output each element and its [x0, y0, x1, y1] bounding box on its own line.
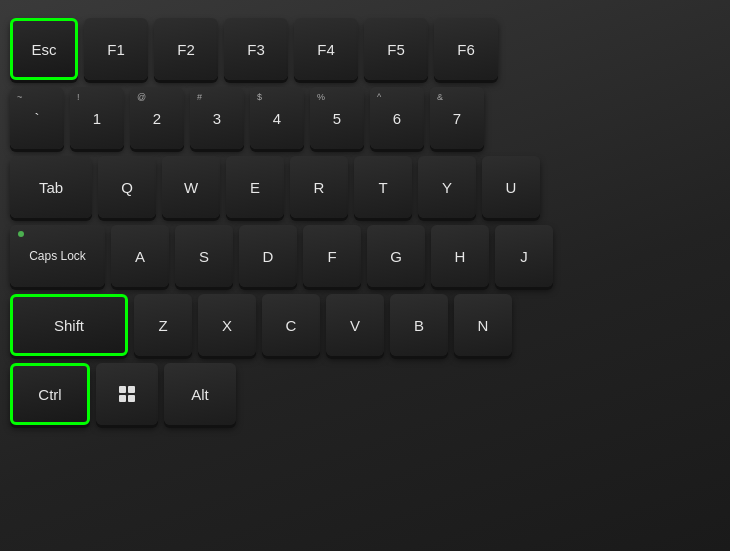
key-alt[interactable]: Alt — [164, 363, 236, 425]
key-tab-label: Tab — [39, 179, 63, 196]
key-shift-label: Shift — [54, 317, 84, 334]
key-ctrl[interactable]: Ctrl — [10, 363, 90, 425]
keyboard: Esc F1 F2 F3 F4 F5 F6 ~ ` ! 1 @ — [0, 0, 730, 551]
key-d-label: D — [263, 248, 274, 265]
key-caps-lock[interactable]: Caps Lock — [10, 225, 105, 287]
key-d[interactable]: D — [239, 225, 297, 287]
key-w[interactable]: W — [162, 156, 220, 218]
key-u[interactable]: U — [482, 156, 540, 218]
key-j[interactable]: J — [495, 225, 553, 287]
key-1-sub: ! — [77, 92, 80, 102]
key-b-label: B — [414, 317, 424, 334]
key-q-label: Q — [121, 179, 133, 196]
key-win[interactable] — [96, 363, 158, 425]
key-g[interactable]: G — [367, 225, 425, 287]
key-1-label: 1 — [93, 110, 101, 127]
key-4-label: 4 — [273, 110, 281, 127]
key-6-sub: ^ — [377, 92, 381, 102]
key-s-label: S — [199, 248, 209, 265]
bottom-row: Ctrl Alt — [10, 363, 720, 425]
key-t[interactable]: T — [354, 156, 412, 218]
key-f6-label: F6 — [457, 41, 475, 58]
key-h[interactable]: H — [431, 225, 489, 287]
key-v[interactable]: V — [326, 294, 384, 356]
key-1[interactable]: ! 1 — [70, 87, 124, 149]
key-s[interactable]: S — [175, 225, 233, 287]
key-backtick-label: ` — [35, 110, 40, 127]
key-w-label: W — [184, 179, 198, 196]
key-z-label: Z — [158, 317, 167, 334]
caps-lock-indicator — [18, 231, 24, 237]
key-x-label: X — [222, 317, 232, 334]
key-esc-label: Esc — [31, 41, 56, 58]
key-c[interactable]: C — [262, 294, 320, 356]
key-tab[interactable]: Tab — [10, 156, 92, 218]
key-3-label: 3 — [213, 110, 221, 127]
key-f3-label: F3 — [247, 41, 265, 58]
key-f1-label: F1 — [107, 41, 125, 58]
key-4[interactable]: $ 4 — [250, 87, 304, 149]
function-row: Esc F1 F2 F3 F4 F5 F6 — [10, 18, 720, 80]
key-f-label: F — [327, 248, 336, 265]
zxcv-row: Shift Z X C V B N — [10, 294, 720, 356]
key-e-label: E — [250, 179, 260, 196]
key-esc[interactable]: Esc — [10, 18, 78, 80]
key-5-sub: % — [317, 92, 325, 102]
key-backtick[interactable]: ~ ` — [10, 87, 64, 149]
key-2-sub: @ — [137, 92, 146, 102]
key-b[interactable]: B — [390, 294, 448, 356]
windows-icon — [119, 386, 135, 402]
key-2[interactable]: @ 2 — [130, 87, 184, 149]
key-3-sub: # — [197, 92, 202, 102]
key-r-label: R — [314, 179, 325, 196]
key-f4[interactable]: F4 — [294, 18, 358, 80]
key-7-label: 7 — [453, 110, 461, 127]
key-n-label: N — [478, 317, 489, 334]
asdf-row: Caps Lock A S D F G H J — [10, 225, 720, 287]
key-f1[interactable]: F1 — [84, 18, 148, 80]
key-7[interactable]: & 7 — [430, 87, 484, 149]
key-u-label: U — [506, 179, 517, 196]
key-6-label: 6 — [393, 110, 401, 127]
qwerty-row: Tab Q W E R T Y U — [10, 156, 720, 218]
key-alt-label: Alt — [191, 386, 209, 403]
key-y-label: Y — [442, 179, 452, 196]
key-f6[interactable]: F6 — [434, 18, 498, 80]
key-a[interactable]: A — [111, 225, 169, 287]
key-z[interactable]: Z — [134, 294, 192, 356]
key-5-label: 5 — [333, 110, 341, 127]
key-g-label: G — [390, 248, 402, 265]
key-5[interactable]: % 5 — [310, 87, 364, 149]
key-v-label: V — [350, 317, 360, 334]
key-f[interactable]: F — [303, 225, 361, 287]
key-f5-label: F5 — [387, 41, 405, 58]
key-a-label: A — [135, 248, 145, 265]
key-x[interactable]: X — [198, 294, 256, 356]
key-f3[interactable]: F3 — [224, 18, 288, 80]
key-q[interactable]: Q — [98, 156, 156, 218]
key-j-label: J — [520, 248, 528, 265]
key-y[interactable]: Y — [418, 156, 476, 218]
key-4-sub: $ — [257, 92, 262, 102]
key-shift[interactable]: Shift — [10, 294, 128, 356]
key-f2-label: F2 — [177, 41, 195, 58]
key-3[interactable]: # 3 — [190, 87, 244, 149]
key-backtick-sub: ~ — [17, 92, 22, 102]
key-h-label: H — [455, 248, 466, 265]
key-e[interactable]: E — [226, 156, 284, 218]
key-f2[interactable]: F2 — [154, 18, 218, 80]
key-f4-label: F4 — [317, 41, 335, 58]
key-c-label: C — [286, 317, 297, 334]
key-n[interactable]: N — [454, 294, 512, 356]
key-7-sub: & — [437, 92, 443, 102]
key-ctrl-label: Ctrl — [38, 386, 61, 403]
key-t-label: T — [378, 179, 387, 196]
key-2-label: 2 — [153, 110, 161, 127]
key-f5[interactable]: F5 — [364, 18, 428, 80]
key-r[interactable]: R — [290, 156, 348, 218]
number-row: ~ ` ! 1 @ 2 # 3 $ 4 % 5 ^ 6 & 7 — [10, 87, 720, 149]
key-6[interactable]: ^ 6 — [370, 87, 424, 149]
key-caps-lock-label: Caps Lock — [29, 249, 86, 263]
